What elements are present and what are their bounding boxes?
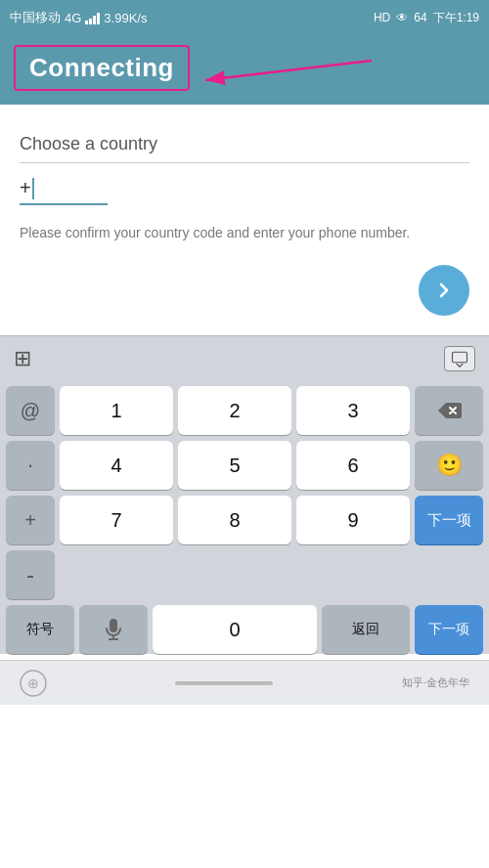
next-step-key[interactable]: 下一项 <box>415 605 483 654</box>
key-plus[interactable]: + <box>6 496 55 544</box>
keyboard: @ · + - 1 2 3 4 5 6 7 8 9 <box>0 380 489 654</box>
symbol-label: 符号 <box>26 621 54 638</box>
svg-rect-3 <box>110 619 117 632</box>
num-row-1: 1 2 3 <box>60 386 410 435</box>
time-label: 下午1:19 <box>433 10 479 26</box>
key-7[interactable]: 7 <box>60 496 173 544</box>
hide-keyboard-button[interactable] <box>444 346 475 371</box>
country-label: Choose a country <box>20 134 157 153</box>
backspace-icon <box>436 401 462 420</box>
signal-bar-1 <box>85 21 88 24</box>
app-watermark-icon: ⊕ <box>20 670 47 697</box>
key-at[interactable]: @ <box>6 386 55 435</box>
text-cursor <box>32 178 34 199</box>
key-9[interactable]: 9 <box>296 496 410 544</box>
mic-icon <box>105 618 122 641</box>
keyboard-number-grid: 1 2 3 4 5 6 7 8 9 <box>60 386 410 599</box>
hd-badge: HD <box>374 11 390 24</box>
signal-bars <box>85 11 100 24</box>
key-4[interactable]: 4 <box>60 441 173 490</box>
next-step-label-bottom: 下一项 <box>428 621 469 638</box>
connecting-box: Connecting <box>14 45 190 91</box>
arrow-right-icon <box>432 279 456 302</box>
grid-icon[interactable]: ⊞ <box>14 346 31 371</box>
key-5[interactable]: 5 <box>178 441 291 490</box>
svg-text:⊕: ⊕ <box>27 675 39 691</box>
mic-key[interactable] <box>79 605 148 654</box>
signal-bar-3 <box>93 16 96 24</box>
screen-record-icon: 👁 <box>396 11 408 24</box>
zero-label: 0 <box>229 619 240 641</box>
watermark-right: 知乎·金色年华 <box>402 675 469 690</box>
status-bar: 中国移动 4G 3.99K/s HD 👁 64 下午1:19 <box>0 0 489 35</box>
left-special-col: @ · + - <box>6 386 55 599</box>
carrier-label: 中国移动 <box>10 9 61 26</box>
symbol-key[interactable]: 符号 <box>6 605 74 654</box>
app-header: Connecting <box>0 35 489 105</box>
signal-bar-2 <box>89 19 92 24</box>
speed-label: 3.99K/s <box>104 11 147 25</box>
backspace-key[interactable] <box>415 386 483 435</box>
chevron-down-icon <box>451 350 468 368</box>
system-bar: ⊕ 知乎·金色年华 <box>0 660 489 705</box>
emoji-key[interactable]: 🙂 <box>415 441 483 490</box>
next-step-key-side[interactable]: 下一项 <box>415 496 483 544</box>
network-type: 4G <box>65 11 81 25</box>
signal-bar-4 <box>97 13 100 24</box>
return-label: 返回 <box>352 621 379 638</box>
help-text: Please confirm your country code and ent… <box>20 223 469 243</box>
watermark-text: 知乎·金色年华 <box>402 675 469 690</box>
key-3[interactable]: 3 <box>296 386 410 435</box>
key-minus[interactable]: - <box>6 550 55 599</box>
next-button[interactable] <box>419 265 469 316</box>
key-8[interactable]: 8 <box>178 496 291 544</box>
keyboard-main: @ · + - 1 2 3 4 5 6 7 8 9 <box>4 386 485 599</box>
status-left: 中国移动 4G 3.99K/s <box>10 9 147 26</box>
country-chooser[interactable]: Choose a country <box>20 124 469 163</box>
num-row-2: 4 5 6 <box>60 441 410 490</box>
home-indicator <box>175 681 273 685</box>
phone-input-display: + <box>20 177 108 199</box>
next-step-label: 下一项 <box>427 511 471 530</box>
svg-rect-2 <box>453 352 467 363</box>
connecting-label: Connecting <box>29 53 174 82</box>
key-2[interactable]: 2 <box>178 386 291 435</box>
main-content: Choose a country + Please confirm your c… <box>0 105 489 326</box>
bottom-keyboard-row: 符号 0 返回 下一项 <box>4 605 485 654</box>
watermark-left: ⊕ <box>20 670 47 697</box>
key-0[interactable]: 0 <box>153 605 317 654</box>
phone-input-row[interactable]: + <box>20 167 108 205</box>
battery-label: 64 <box>414 11 426 24</box>
home-indicator-area <box>47 681 402 685</box>
return-key[interactable]: 返回 <box>322 605 410 654</box>
right-col: 🙂 下一项 <box>415 386 483 599</box>
status-right: HD 👁 64 下午1:19 <box>374 10 479 26</box>
keyboard-toolbar: ⊞ <box>0 335 489 380</box>
key-1[interactable]: 1 <box>60 386 173 435</box>
key-6[interactable]: 6 <box>296 441 410 490</box>
phone-prefix: + <box>20 177 31 199</box>
key-dot[interactable]: · <box>6 441 55 490</box>
num-row-3: 7 8 9 <box>60 496 410 544</box>
